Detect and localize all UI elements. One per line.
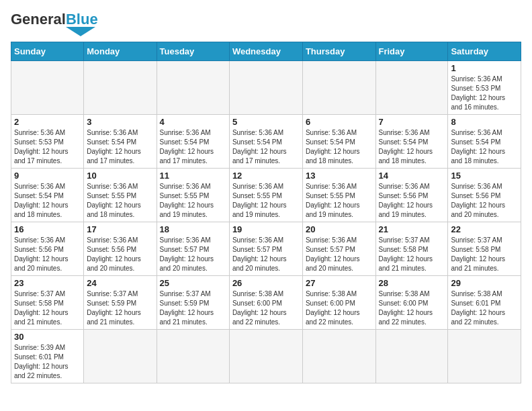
calendar-day-cell: 4Sunrise: 5:36 AM Sunset: 5:54 PM Daylig… <box>157 115 229 169</box>
calendar-day-cell: 30Sunrise: 5:39 AM Sunset: 6:01 PM Dayli… <box>11 330 84 383</box>
day-number: 29 <box>451 278 518 288</box>
day-of-week-header: Tuesday <box>157 42 229 61</box>
day-info: Sunrise: 5:36 AM Sunset: 5:56 PM Dayligh… <box>451 182 518 220</box>
calendar-day-cell: 1Sunrise: 5:36 AM Sunset: 5:53 PM Daylig… <box>448 61 521 115</box>
calendar-header-row: SundayMondayTuesdayWednesdayThursdayFrid… <box>11 42 521 61</box>
day-info: Sunrise: 5:39 AM Sunset: 6:01 PM Dayligh… <box>14 343 81 381</box>
logo-general: General <box>11 11 66 28</box>
calendar-week-row: 2Sunrise: 5:36 AM Sunset: 5:53 PM Daylig… <box>11 115 521 169</box>
calendar-day-cell: 13Sunrise: 5:36 AM Sunset: 5:55 PM Dayli… <box>302 169 375 222</box>
day-number: 16 <box>14 224 81 234</box>
page-header: General Blue <box>11 11 521 36</box>
day-info: Sunrise: 5:36 AM Sunset: 5:56 PM Dayligh… <box>87 236 153 273</box>
day-info: Sunrise: 5:36 AM Sunset: 5:54 PM Dayligh… <box>306 128 373 166</box>
calendar-day-cell: 19Sunrise: 5:36 AM Sunset: 5:57 PM Dayli… <box>229 222 302 276</box>
day-info: Sunrise: 5:36 AM Sunset: 5:54 PM Dayligh… <box>379 128 445 166</box>
calendar-day-cell <box>229 61 302 115</box>
day-info: Sunrise: 5:37 AM Sunset: 5:58 PM Dayligh… <box>379 236 445 273</box>
calendar-day-cell: 16Sunrise: 5:36 AM Sunset: 5:56 PM Dayli… <box>11 222 84 276</box>
day-number: 10 <box>87 171 153 181</box>
day-number: 14 <box>379 171 445 181</box>
calendar-day-cell: 25Sunrise: 5:37 AM Sunset: 5:59 PM Dayli… <box>157 276 229 330</box>
calendar-day-cell <box>448 330 521 383</box>
day-info: Sunrise: 5:38 AM Sunset: 6:00 PM Dayligh… <box>306 289 373 327</box>
day-info: Sunrise: 5:36 AM Sunset: 5:56 PM Dayligh… <box>14 236 81 273</box>
calendar-day-cell: 24Sunrise: 5:37 AM Sunset: 5:59 PM Dayli… <box>84 276 157 330</box>
day-number: 17 <box>87 224 153 234</box>
day-number: 22 <box>451 224 518 234</box>
day-number: 27 <box>306 278 373 288</box>
day-number: 11 <box>160 171 226 181</box>
day-number: 30 <box>14 332 81 342</box>
day-number: 3 <box>87 117 153 127</box>
day-info: Sunrise: 5:36 AM Sunset: 5:54 PM Dayligh… <box>14 182 81 220</box>
day-info: Sunrise: 5:38 AM Sunset: 6:01 PM Dayligh… <box>451 289 518 327</box>
calendar-day-cell: 2Sunrise: 5:36 AM Sunset: 5:53 PM Daylig… <box>11 115 84 169</box>
day-number: 8 <box>451 117 518 127</box>
calendar-day-cell: 3Sunrise: 5:36 AM Sunset: 5:54 PM Daylig… <box>84 115 157 169</box>
calendar-week-row: 16Sunrise: 5:36 AM Sunset: 5:56 PM Dayli… <box>11 222 521 276</box>
day-info: Sunrise: 5:38 AM Sunset: 6:00 PM Dayligh… <box>379 289 445 327</box>
calendar-day-cell <box>84 61 157 115</box>
day-info: Sunrise: 5:36 AM Sunset: 5:55 PM Dayligh… <box>232 182 300 220</box>
day-number: 26 <box>232 278 300 288</box>
calendar-day-cell <box>375 330 448 383</box>
day-of-week-header: Monday <box>84 42 157 61</box>
day-number: 23 <box>14 278 81 288</box>
calendar-day-cell <box>375 61 448 115</box>
day-number: 5 <box>232 117 300 127</box>
day-number: 13 <box>306 171 373 181</box>
calendar-day-cell: 14Sunrise: 5:36 AM Sunset: 5:56 PM Dayli… <box>375 169 448 222</box>
calendar-day-cell <box>11 61 84 115</box>
calendar-week-row: 23Sunrise: 5:37 AM Sunset: 5:58 PM Dayli… <box>11 276 521 330</box>
day-info: Sunrise: 5:36 AM Sunset: 5:57 PM Dayligh… <box>232 236 300 273</box>
day-number: 19 <box>232 224 300 234</box>
day-info: Sunrise: 5:37 AM Sunset: 5:59 PM Dayligh… <box>87 289 153 327</box>
calendar-week-row: 30Sunrise: 5:39 AM Sunset: 6:01 PM Dayli… <box>11 330 521 383</box>
day-info: Sunrise: 5:36 AM Sunset: 5:55 PM Dayligh… <box>87 182 153 220</box>
day-of-week-header: Thursday <box>302 42 375 61</box>
day-number: 24 <box>87 278 153 288</box>
day-info: Sunrise: 5:36 AM Sunset: 5:57 PM Dayligh… <box>160 236 226 273</box>
day-info: Sunrise: 5:37 AM Sunset: 5:59 PM Dayligh… <box>160 289 226 327</box>
calendar-day-cell: 23Sunrise: 5:37 AM Sunset: 5:58 PM Dayli… <box>11 276 84 330</box>
day-number: 25 <box>160 278 226 288</box>
day-number: 15 <box>451 171 518 181</box>
logo-blue: Blue <box>66 11 98 28</box>
day-of-week-header: Friday <box>375 42 448 61</box>
day-of-week-header: Wednesday <box>229 42 302 61</box>
day-number: 6 <box>306 117 373 127</box>
day-number: 12 <box>232 171 300 181</box>
day-number: 28 <box>379 278 445 288</box>
day-number: 4 <box>160 117 226 127</box>
day-number: 2 <box>14 117 81 127</box>
calendar-day-cell: 17Sunrise: 5:36 AM Sunset: 5:56 PM Dayli… <box>84 222 157 276</box>
calendar-day-cell: 20Sunrise: 5:36 AM Sunset: 5:57 PM Dayli… <box>302 222 375 276</box>
calendar-day-cell: 11Sunrise: 5:36 AM Sunset: 5:55 PM Dayli… <box>157 169 229 222</box>
day-info: Sunrise: 5:37 AM Sunset: 5:58 PM Dayligh… <box>14 289 81 327</box>
logo: General Blue <box>11 11 98 36</box>
calendar-day-cell: 27Sunrise: 5:38 AM Sunset: 6:00 PM Dayli… <box>302 276 375 330</box>
calendar-day-cell <box>302 330 375 383</box>
calendar-day-cell: 26Sunrise: 5:38 AM Sunset: 6:00 PM Dayli… <box>229 276 302 330</box>
calendar-day-cell <box>157 61 229 115</box>
day-number: 21 <box>379 224 445 234</box>
day-of-week-header: Saturday <box>448 42 521 61</box>
day-number: 7 <box>379 117 445 127</box>
day-info: Sunrise: 5:36 AM Sunset: 5:54 PM Dayligh… <box>451 128 518 166</box>
calendar-day-cell: 8Sunrise: 5:36 AM Sunset: 5:54 PM Daylig… <box>448 115 521 169</box>
day-number: 18 <box>160 224 226 234</box>
calendar-day-cell: 18Sunrise: 5:36 AM Sunset: 5:57 PM Dayli… <box>157 222 229 276</box>
calendar-day-cell: 28Sunrise: 5:38 AM Sunset: 6:00 PM Dayli… <box>375 276 448 330</box>
day-info: Sunrise: 5:38 AM Sunset: 6:00 PM Dayligh… <box>232 289 300 327</box>
logo-triangle-icon <box>66 27 95 36</box>
calendar-day-cell: 6Sunrise: 5:36 AM Sunset: 5:54 PM Daylig… <box>302 115 375 169</box>
calendar-day-cell <box>302 61 375 115</box>
day-info: Sunrise: 5:36 AM Sunset: 5:55 PM Dayligh… <box>160 182 226 220</box>
calendar-day-cell <box>84 330 157 383</box>
calendar-day-cell <box>229 330 302 383</box>
calendar-day-cell: 5Sunrise: 5:36 AM Sunset: 5:54 PM Daylig… <box>229 115 302 169</box>
day-info: Sunrise: 5:36 AM Sunset: 5:54 PM Dayligh… <box>87 128 153 166</box>
calendar-day-cell: 9Sunrise: 5:36 AM Sunset: 5:54 PM Daylig… <box>11 169 84 222</box>
day-info: Sunrise: 5:36 AM Sunset: 5:55 PM Dayligh… <box>306 182 373 220</box>
